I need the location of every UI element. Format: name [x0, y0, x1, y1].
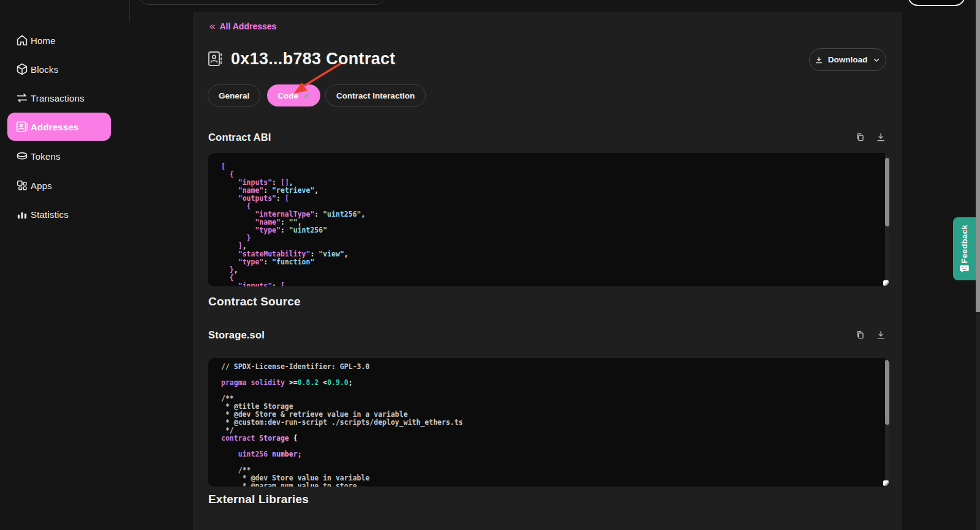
code-line: { — [221, 274, 889, 282]
code-line — [221, 442, 889, 450]
code-line — [221, 387, 889, 395]
breadcrumb-label: All Addresses — [219, 21, 276, 31]
page-title: 0x13...b783 Contract — [231, 50, 396, 69]
code-line: [ — [221, 163, 889, 171]
download-button-label: Download — [828, 55, 868, 64]
chevron-down-icon — [872, 56, 881, 64]
sidebar-item-statistics[interactable]: Statistics — [0, 200, 135, 228]
code-line: "outputs": [ — [221, 195, 889, 203]
tab-contract-interaction[interactable]: Contract Interaction — [325, 84, 426, 106]
storage-sol-header: Storage.sol — [208, 326, 886, 343]
code-line: "stateMutability": "view", — [221, 250, 889, 258]
section-title-external-libraries: External Libraries — [208, 493, 309, 506]
sidebar-item-tokens[interactable]: Tokens — [0, 142, 135, 170]
code-line: */ — [221, 427, 889, 435]
contract-source-code[interactable]: // SPDX-License-Identifier: GPL-3.0 prag… — [208, 358, 889, 487]
page: HomeBlocksTransactionsAddressesTokensApp… — [0, 0, 980, 530]
transactions-icon — [15, 91, 29, 105]
download-button[interactable]: Download — [809, 48, 886, 71]
sidebar-item-transactions[interactable]: Transactions — [0, 84, 135, 112]
sidebar-nav: HomeBlocksTransactionsAddressesTokensApp… — [0, 0, 189, 530]
code-line: { — [221, 171, 889, 179]
code-line: "name": "retrieve", — [221, 187, 889, 195]
sidebar-item-label: Statistics — [31, 209, 69, 220]
tab-general[interactable]: General — [208, 84, 260, 106]
tab-label: Code — [277, 91, 298, 100]
code-line: contract Storage { — [221, 435, 889, 442]
copy-icon[interactable] — [855, 330, 865, 340]
page-scrollbar-thumb[interactable] — [976, 0, 980, 312]
code-line: pragma solidity >=0.8.2 <0.9.0; — [221, 379, 889, 387]
resize-grip[interactable] — [883, 480, 889, 486]
code-line: "inputs": [ — [221, 282, 889, 286]
contract-abi-header: Contract ABI — [208, 129, 886, 146]
statistics-icon — [15, 207, 29, 221]
tab-label: General — [219, 91, 249, 100]
chat-bubble-icon — [959, 264, 970, 274]
sidebar-item-label: Blocks — [31, 64, 58, 75]
resize-grip[interactable] — [883, 280, 889, 286]
sidebar-item-addresses[interactable]: Addresses — [0, 113, 135, 141]
sidebar-item-blocks[interactable]: Blocks — [0, 55, 135, 83]
addresses-icon — [15, 120, 29, 133]
apps-icon — [15, 179, 29, 192]
code-line: "type": "uint256" — [221, 226, 889, 234]
code-line — [221, 458, 889, 466]
code-line: * @custom:dev-run-script ./scripts/deplo… — [221, 419, 889, 427]
code-line: } — [221, 234, 889, 242]
feedback-button[interactable]: Feedback — [953, 217, 976, 280]
sidebar-item-apps[interactable]: Apps — [0, 171, 135, 200]
code-line: "internalType": "uint256", — [221, 211, 889, 218]
section-title-contract-abi: Contract ABI — [208, 132, 271, 143]
sidebar-item-label: Transactions — [31, 93, 85, 103]
code-line: uint256 number; — [221, 450, 889, 458]
checkmark-icon: ✔ — [303, 91, 310, 100]
sidebar-item-label: Home — [31, 35, 56, 46]
tabs: GeneralCode✔Contract Interaction — [208, 84, 426, 106]
section-title-contract-source: Contract Source — [208, 295, 301, 308]
top-right-button-cutoff[interactable] — [908, 0, 965, 6]
blocks-icon — [15, 62, 29, 76]
code-line: "type": "function" — [221, 258, 889, 266]
contact-card-icon — [208, 50, 222, 67]
sidebar-item-home[interactable]: Home — [0, 26, 135, 54]
download-icon[interactable] — [876, 330, 886, 340]
download-icon — [815, 56, 823, 64]
source-scrollbar[interactable] — [885, 358, 889, 487]
double-chevron-left-icon: « — [209, 22, 215, 31]
download-icon[interactable] — [876, 132, 886, 142]
abi-code-pre: [ { "inputs": [], "name": "retrieve", "o… — [208, 153, 889, 286]
page-scrollbar[interactable] — [976, 0, 980, 530]
copy-icon[interactable] — [855, 132, 865, 142]
sidebar-item-label: Apps — [31, 181, 52, 191]
home-icon — [15, 34, 29, 47]
code-line: // SPDX-License-Identifier: GPL-3.0 — [221, 363, 889, 371]
sidebar-item-label: Tokens — [31, 151, 61, 162]
code-line: }, — [221, 266, 889, 274]
main-panel: « All Addresses 0x13...b783 Contract Dow… — [193, 12, 902, 530]
code-line: "inputs": [], — [221, 179, 889, 187]
sidebar-item-label: Addresses — [31, 122, 79, 132]
abi-scrollbar[interactable] — [885, 153, 889, 286]
contract-abi-code[interactable]: [ { "inputs": [], "name": "retrieve", "o… — [208, 153, 889, 286]
title-row: 0x13...b783 Contract — [208, 47, 396, 71]
code-line: /** — [221, 395, 889, 403]
feedback-label: Feedback — [960, 225, 969, 263]
code-line: * @param num value to store — [221, 482, 889, 487]
tokens-icon — [15, 149, 29, 163]
tab-code[interactable]: Code✔ — [267, 84, 320, 106]
source-code-pre: // SPDX-License-Identifier: GPL-3.0 prag… — [208, 358, 889, 487]
breadcrumb[interactable]: « All Addresses — [209, 20, 276, 32]
tab-label: Contract Interaction — [336, 91, 415, 100]
section-title-storage-sol: Storage.sol — [208, 329, 265, 341]
